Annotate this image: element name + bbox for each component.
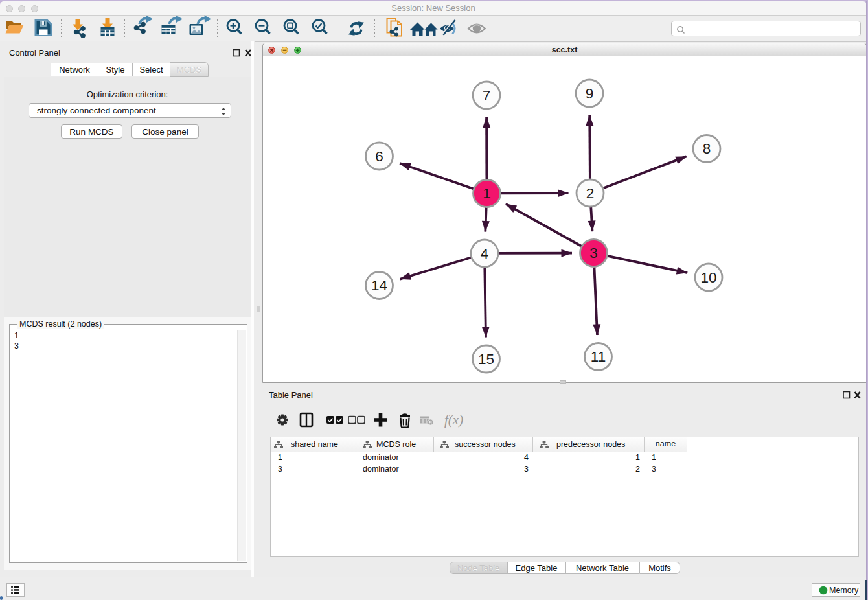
- svg-text:1: 1: [483, 185, 491, 202]
- svg-text:7: 7: [483, 87, 491, 104]
- svg-text:10: 10: [700, 270, 716, 286]
- svg-text:11: 11: [591, 349, 606, 365]
- svg-text:15: 15: [478, 351, 494, 367]
- svg-text:8: 8: [703, 141, 711, 157]
- svg-text:2: 2: [586, 185, 595, 202]
- svg-text:f(x): f(x): [444, 412, 463, 428]
- svg-text:9: 9: [586, 86, 594, 102]
- svg-text:4: 4: [481, 246, 489, 262]
- svg-text:3: 3: [589, 245, 598, 261]
- svg-text:6: 6: [375, 148, 383, 165]
- svg-text:14: 14: [371, 277, 387, 294]
